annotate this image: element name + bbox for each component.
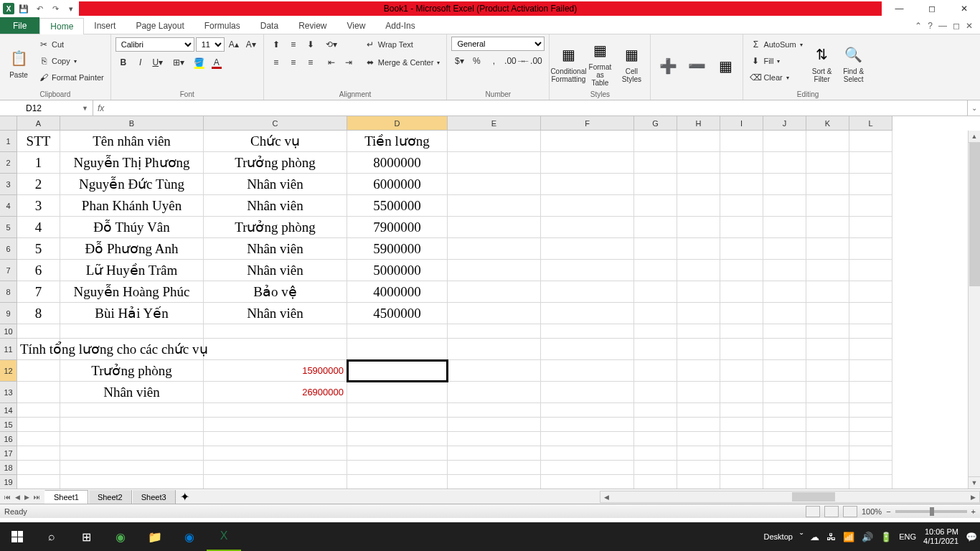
chevron-down-icon[interactable]: ▼ bbox=[82, 105, 88, 112]
align-bottom-button[interactable]: ⬇ bbox=[303, 37, 319, 52]
cell[interactable]: 7900000 bbox=[347, 217, 448, 238]
cell[interactable] bbox=[806, 360, 849, 382]
cell[interactable]: Tiền lương bbox=[347, 131, 448, 152]
column-header[interactable]: K bbox=[806, 116, 849, 131]
spreadsheet-grid[interactable]: ABCDEFGHIJKL1STTTên nhân viênChức vụTiền… bbox=[0, 116, 980, 489]
tab-addins[interactable]: Add-Ins bbox=[375, 17, 425, 34]
chrome-button[interactable]: ◉ bbox=[103, 522, 138, 551]
cell[interactable] bbox=[60, 418, 204, 432]
italic-button[interactable]: I bbox=[133, 55, 149, 70]
cell[interactable] bbox=[763, 238, 806, 260]
cell[interactable] bbox=[720, 152, 763, 174]
wifi-icon[interactable]: 📶 bbox=[843, 532, 854, 542]
column-header[interactable]: E bbox=[448, 116, 541, 131]
cell[interactable] bbox=[849, 260, 892, 281]
fx-icon[interactable]: fx bbox=[98, 103, 104, 113]
row-header[interactable]: 9 bbox=[0, 303, 17, 324]
cell[interactable] bbox=[677, 339, 720, 360]
cell[interactable] bbox=[763, 403, 806, 418]
cell[interactable] bbox=[763, 217, 806, 238]
cell[interactable] bbox=[806, 339, 849, 360]
start-button[interactable] bbox=[0, 522, 34, 551]
scroll-right-icon[interactable]: ▶ bbox=[967, 491, 979, 502]
cell[interactable] bbox=[806, 152, 849, 174]
cell[interactable] bbox=[806, 382, 849, 403]
cell[interactable] bbox=[541, 360, 634, 382]
excel-taskbar-button[interactable]: X bbox=[207, 522, 241, 551]
cell[interactable] bbox=[720, 446, 763, 461]
window-min-icon[interactable]: — bbox=[938, 21, 947, 31]
cell[interactable] bbox=[17, 324, 60, 339]
row-header[interactable]: 8 bbox=[0, 281, 17, 303]
language-indicator[interactable]: ENG bbox=[899, 532, 916, 541]
cell[interactable] bbox=[448, 324, 541, 339]
column-header[interactable]: L bbox=[849, 116, 892, 131]
cell[interactable] bbox=[806, 403, 849, 418]
decrease-decimal-button[interactable]: ←.00 bbox=[524, 53, 540, 69]
cell[interactable] bbox=[763, 446, 806, 461]
cell[interactable] bbox=[448, 174, 541, 195]
cell[interactable] bbox=[849, 174, 892, 195]
sheet-tab[interactable]: Sheet2 bbox=[88, 490, 132, 504]
cell[interactable] bbox=[448, 382, 541, 403]
shrink-font-button[interactable]: A▾ bbox=[243, 37, 259, 52]
cell[interactable] bbox=[849, 360, 892, 382]
cell[interactable] bbox=[806, 475, 849, 489]
tab-home[interactable]: Home bbox=[39, 18, 84, 34]
fill-color-button[interactable]: 🪣 bbox=[192, 55, 207, 70]
grow-font-button[interactable]: A▴ bbox=[226, 37, 242, 52]
cell[interactable] bbox=[763, 303, 806, 324]
cell[interactable] bbox=[541, 418, 634, 432]
cell[interactable]: 26900000 bbox=[204, 382, 347, 403]
cell[interactable] bbox=[347, 446, 448, 461]
cell[interactable] bbox=[347, 324, 448, 339]
row-header[interactable]: 14 bbox=[0, 403, 17, 418]
cell[interactable] bbox=[849, 403, 892, 418]
cell[interactable] bbox=[634, 195, 677, 217]
column-header[interactable]: I bbox=[720, 116, 763, 131]
save-icon[interactable]: 💾 bbox=[17, 2, 30, 15]
cell[interactable] bbox=[849, 418, 892, 432]
cell[interactable] bbox=[677, 174, 720, 195]
align-left-button[interactable]: ≡ bbox=[268, 55, 284, 70]
column-header[interactable]: J bbox=[763, 116, 806, 131]
font-color-button[interactable]: A bbox=[209, 55, 225, 70]
copy-button[interactable]: ⎘Copy▾ bbox=[36, 53, 106, 69]
help-icon[interactable]: ? bbox=[928, 21, 933, 31]
cell[interactable] bbox=[763, 360, 806, 382]
cell[interactable] bbox=[763, 382, 806, 403]
cell[interactable] bbox=[448, 217, 541, 238]
font-name-select[interactable]: Calibri bbox=[116, 37, 194, 52]
minimize-ribbon-icon[interactable]: ⌃ bbox=[915, 21, 922, 31]
cell[interactable] bbox=[806, 418, 849, 432]
cell[interactable]: 4500000 bbox=[347, 303, 448, 324]
page-layout-view-button[interactable] bbox=[824, 506, 839, 517]
cell[interactable] bbox=[541, 152, 634, 174]
maximize-button[interactable]: ◻ bbox=[915, 0, 948, 17]
cell[interactable]: STT bbox=[17, 131, 60, 152]
cell[interactable] bbox=[204, 403, 347, 418]
cell[interactable]: 8000000 bbox=[347, 152, 448, 174]
tab-insert[interactable]: Insert bbox=[84, 17, 126, 34]
tab-view[interactable]: View bbox=[337, 17, 376, 34]
zoom-out-button[interactable]: − bbox=[886, 507, 890, 516]
cell[interactable] bbox=[541, 260, 634, 281]
conditional-formatting-button[interactable]: ▦Conditional Formatting bbox=[554, 37, 583, 89]
show-hidden-icon[interactable]: ˇ bbox=[800, 532, 803, 542]
cell[interactable] bbox=[677, 432, 720, 446]
sheet-tab[interactable]: Sheet1 bbox=[44, 490, 88, 504]
cell[interactable]: 2 bbox=[17, 174, 60, 195]
cell[interactable]: Tên nhân viên bbox=[60, 131, 204, 152]
vertical-scrollbar[interactable]: ▲ ▼ bbox=[968, 131, 980, 489]
select-all-corner[interactable] bbox=[0, 116, 17, 131]
find-select-button[interactable]: 🔍Find & Select bbox=[839, 37, 868, 89]
cell[interactable] bbox=[448, 238, 541, 260]
cell-styles-button[interactable]: ▦Cell Styles bbox=[617, 37, 646, 89]
cell[interactable] bbox=[541, 432, 634, 446]
cell[interactable] bbox=[763, 324, 806, 339]
cell[interactable] bbox=[720, 418, 763, 432]
cell[interactable] bbox=[448, 131, 541, 152]
sheet-tab[interactable]: Sheet3 bbox=[132, 490, 176, 504]
cell[interactable] bbox=[347, 475, 448, 489]
column-header[interactable]: C bbox=[204, 116, 347, 131]
